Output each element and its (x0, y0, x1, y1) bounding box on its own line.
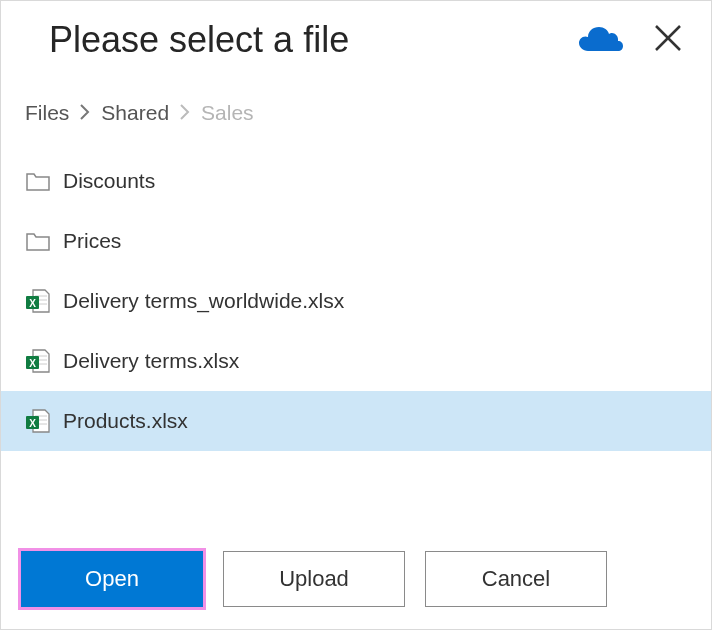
breadcrumb-item-sales: Sales (201, 101, 254, 125)
file-list: Discounts Prices X Delivery terms_worldw… (1, 147, 711, 451)
list-item[interactable]: X Delivery terms.xlsx (1, 331, 711, 391)
dialog-header: Please select a file (1, 1, 711, 71)
file-name: Discounts (63, 169, 155, 193)
svg-text:X: X (29, 298, 36, 309)
list-item[interactable]: X Delivery terms_worldwide.xlsx (1, 271, 711, 331)
breadcrumb-item-files[interactable]: Files (25, 101, 69, 125)
file-name: Prices (63, 229, 121, 253)
chevron-right-icon (79, 101, 91, 125)
breadcrumb: Files Shared Sales (1, 71, 711, 147)
dialog-buttons: Open Upload Cancel (21, 551, 607, 607)
svg-text:X: X (29, 418, 36, 429)
folder-icon (25, 168, 51, 194)
list-item[interactable]: Prices (1, 211, 711, 271)
excel-file-icon: X (25, 348, 51, 374)
folder-icon (25, 228, 51, 254)
file-name: Products.xlsx (63, 409, 188, 433)
open-button-highlight: Open (21, 551, 203, 607)
list-item[interactable]: Discounts (1, 151, 711, 211)
upload-button[interactable]: Upload (223, 551, 405, 607)
dialog-title: Please select a file (49, 19, 577, 61)
file-name: Delivery terms.xlsx (63, 349, 239, 373)
close-icon[interactable] (653, 23, 683, 57)
svg-text:X: X (29, 358, 36, 369)
list-item[interactable]: X Products.xlsx (1, 391, 711, 451)
excel-file-icon: X (25, 288, 51, 314)
onedrive-icon (577, 23, 623, 57)
breadcrumb-item-shared[interactable]: Shared (101, 101, 169, 125)
cancel-button[interactable]: Cancel (425, 551, 607, 607)
chevron-right-icon (179, 101, 191, 125)
file-name: Delivery terms_worldwide.xlsx (63, 289, 344, 313)
open-button[interactable]: Open (21, 551, 203, 607)
excel-file-icon: X (25, 408, 51, 434)
